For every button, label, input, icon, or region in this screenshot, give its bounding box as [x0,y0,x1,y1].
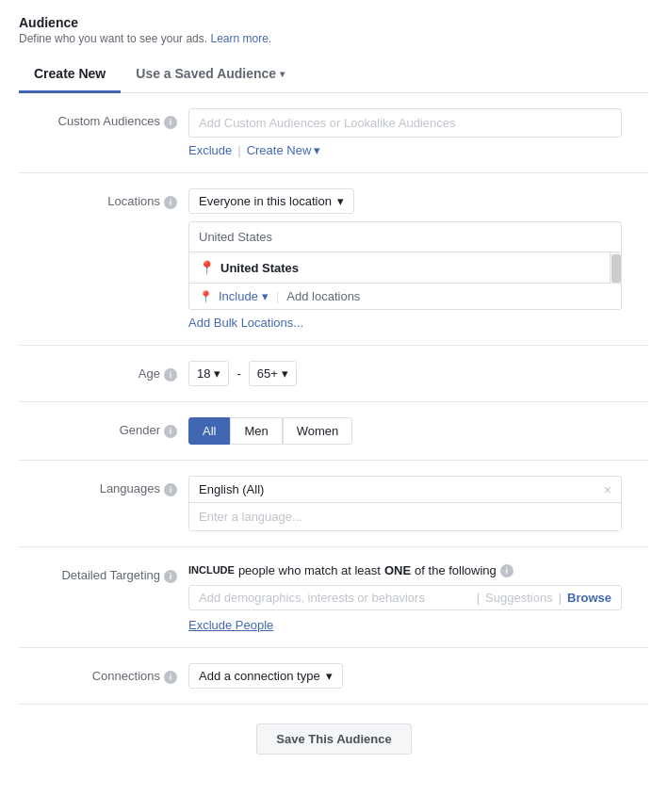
include-divider: | [276,289,279,303]
language-tag: English (All) [199,482,264,496]
exclude-people-link[interactable]: Exclude People [188,618,273,632]
locations-label: Locations i [19,188,188,209]
create-new-dropdown[interactable]: Create New ▾ [247,143,321,157]
custom-audiences-input[interactable] [188,108,622,138]
targeting-divider: | [477,591,480,605]
gender-all-btn[interactable]: All [188,417,230,445]
connections-content: Add a connection type ▾ [188,663,649,689]
custom-audiences-row: Custom Audiences i Exclude | Create New … [19,108,649,157]
languages-content: English (All) × [188,476,649,531]
custom-audiences-info-icon[interactable]: i [164,116,177,129]
include-pin-icon: 📍 [199,290,213,303]
tab-use-saved[interactable]: Use a Saved Audience ▾ [121,57,300,93]
page-title: Audience [19,15,649,30]
languages-info-icon[interactable]: i [164,483,177,496]
location-entry: 📍 United States [189,252,610,283]
targeting-desc-info-icon[interactable]: i [500,564,513,577]
detailed-targeting-desc: INCLUDE people who match at least ONE of… [188,562,649,577]
age-max-dropdown[interactable]: 65+ ▾ [249,361,297,386]
gender-info-icon[interactable]: i [164,425,177,438]
detailed-targeting-section: Detailed Targeting i INCLUDE people who … [19,547,649,648]
targeting-input[interactable] [199,591,477,605]
audience-panel: Audience Define who you want to see your… [0,0,668,783]
page-subtitle: Define who you want to see your ads. Lea… [19,32,649,45]
connections-dropdown-btn[interactable]: Add a connection type ▾ [188,663,343,689]
age-info-icon[interactable]: i [164,368,177,382]
custom-audiences-section: Custom Audiences i Exclude | Create New … [19,93,649,173]
locations-row: Locations i Everyone in this location ▾ … [19,188,649,330]
age-max-chevron: ▾ [282,366,288,381]
tab-use-saved-chevron: ▾ [280,69,285,79]
age-min-chevron: ▾ [214,366,220,381]
age-content: 18 ▾ - 65+ ▾ [188,361,649,386]
bulk-locations-link[interactable]: Add Bulk Locations... [188,316,649,330]
gender-men-btn[interactable]: Men [230,417,282,445]
targeting-actions: | Suggestions | Browse [477,591,611,605]
exclude-link[interactable]: Exclude [188,143,232,157]
targeting-input-row: | Suggestions | Browse [188,585,622,610]
scrollbar-thumb [611,254,621,283]
custom-audiences-content: Exclude | Create New ▾ [188,108,649,157]
age-row: Age i 18 ▾ - 65+ ▾ [19,361,649,386]
connections-info-icon[interactable]: i [164,671,177,684]
languages-row: Languages i English (All) × [19,476,649,531]
custom-audiences-label: Custom Audiences i [19,108,188,129]
locations-section: Locations i Everyone in this location ▾ … [19,173,649,346]
add-locations-link[interactable]: Add locations [286,289,360,303]
tab-create-new[interactable]: Create New [19,57,121,93]
gender-section: Gender i All Men Women [19,402,649,461]
save-section: Save This Audience [19,705,649,764]
detailed-targeting-label: Detailed Targeting i [19,562,188,583]
age-min-dropdown[interactable]: 18 ▾ [188,361,229,386]
gender-content: All Men Women [188,417,649,445]
save-audience-button[interactable]: Save This Audience [256,723,411,755]
connections-chevron: ▾ [326,669,333,683]
gender-women-btn[interactable]: Women [283,417,353,445]
create-new-chevron: ▾ [314,143,320,157]
include-chevron: ▾ [262,289,269,303]
tabs-container: Create New Use a Saved Audience ▾ [19,57,649,93]
connections-label: Connections i [19,663,188,684]
gender-row: Gender i All Men Women [19,417,649,445]
connections-section: Connections i Add a connection type ▾ [19,648,649,705]
targeting-browse-link[interactable]: Browse [567,591,611,605]
location-box-header: United States [189,222,621,252]
locations-info-icon[interactable]: i [164,196,177,209]
age-dash: - [236,366,240,381]
detailed-targeting-content: INCLUDE people who match at least ONE of… [188,562,649,632]
detailed-targeting-row: Detailed Targeting i INCLUDE people who … [19,562,649,632]
targeting-divider-2: | [559,591,562,605]
location-box: United States 📍 United States 📍 [188,221,622,310]
targeting-suggestions: Suggestions [485,591,553,605]
age-section: Age i 18 ▾ - 65+ ▾ [19,346,649,402]
detailed-targeting-info-icon[interactable]: i [164,570,177,583]
age-controls: 18 ▾ - 65+ ▾ [188,361,649,386]
languages-label: Languages i [19,476,188,496]
gender-label: Gender i [19,417,188,438]
location-dropdown-btn[interactable]: Everyone in this location ▾ [188,188,354,214]
pin-icon: 📍 [199,260,215,275]
connections-row: Connections i Add a connection type ▾ [19,663,649,689]
languages-section: Languages i English (All) × [19,461,649,547]
language-input[interactable] [189,503,621,530]
language-remove-btn[interactable]: × [604,483,611,496]
location-scrollbar[interactable] [610,252,621,283]
location-dropdown-chevron: ▾ [337,194,344,208]
learn-more-link[interactable]: Learn more. [210,32,271,45]
include-dropdown[interactable]: Include ▾ [219,289,269,303]
divider-1: | [237,143,240,157]
languages-box: English (All) × [188,476,622,531]
exclude-create-row: Exclude | Create New ▾ [188,143,649,157]
language-tag-row: English (All) × [189,477,621,503]
gender-btn-group: All Men Women [188,417,649,445]
locations-content: Everyone in this location ▾ United State… [188,188,649,330]
location-include-row: 📍 Include ▾ | Add locations [189,283,621,309]
age-label: Age i [19,361,188,382]
